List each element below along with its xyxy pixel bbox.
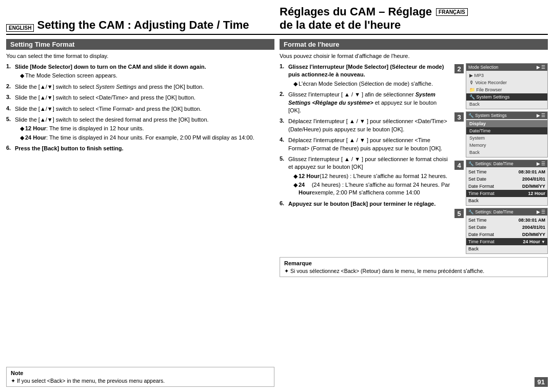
left-steps: 1. Slide [Mode Selector] down to turn on…	[6, 63, 274, 364]
header-title-left: Setting the CAM : Adjusting Date / Time	[37, 18, 274, 32]
right-intro: Vous pouvez choisir le format d'affichag…	[280, 53, 548, 59]
page-number: 91	[535, 377, 548, 387]
screen-2-titlebar: Mode Selection ▶ ☰	[466, 64, 547, 71]
right-screens-col: 2 Mode Selection ▶ ☰ ▶ MP3 🎙 Voice Recor…	[454, 63, 548, 254]
right-section-title: Format de l'heure	[280, 39, 548, 50]
step-6: 6. Press the [Back] button to finish set…	[6, 145, 274, 152]
left-section-title: Setting Time Format	[6, 39, 274, 50]
fr-step-5-num: 5.	[280, 155, 287, 162]
fr-step-5: 5. Glissez l'interrupteur [ ▲ / ▼ ] pour…	[280, 155, 450, 197]
screen-2-body: ▶ MP3 🎙 Voice Recorder 📁 File Browser 🔧 …	[466, 71, 547, 109]
lang-badge-en: ENGLISH	[6, 24, 34, 32]
step-5-sub-24: 24 Hour: The time is displayed in 24 hou…	[20, 134, 254, 142]
screen-3-badge: 3	[454, 112, 464, 122]
step-5-num: 5.	[6, 116, 13, 122]
screen-2-icons: ▶ ☰	[537, 65, 545, 70]
screen-5-dateformat: Date FormatDD/MM/YY	[466, 231, 547, 238]
step-3: 3. Slide the [▲/▼] switch to select <Dat…	[6, 94, 274, 102]
screen-2-file: 📁 File Browser	[466, 86, 547, 93]
fr-step-4-num: 4.	[280, 136, 287, 143]
screen-4-title: 🔧 Settings: Date/Time	[468, 161, 513, 166]
step-3-num: 3.	[6, 94, 13, 100]
screen-3-datetime: Date/Time	[466, 127, 547, 134]
fr-step-3-num: 3.	[280, 117, 287, 124]
screen-5-title: 🔧 Settings: Date/Time	[468, 209, 513, 214]
screen-3: 🔧 System Settings ▶ ☰ Display Date/Time …	[466, 111, 548, 158]
step-4: 4. Slide the [▲/▼] switch to select <Tim…	[6, 105, 274, 113]
fr-step-1: 1. Glissez l'interrupteur [Mode Selector…	[280, 63, 450, 88]
fr-step-6-text: Appuyez sur le bouton [Back] pour termin…	[288, 200, 436, 208]
screen-5-settime: Set Time08:30:01 AM	[466, 217, 547, 224]
step-6-text: Press the [Back] button to finish settin…	[15, 145, 123, 152]
screen-5-body: Set Time08:30:01 AM Set Date2004/01/01 D…	[466, 215, 547, 253]
step-6-num: 6.	[6, 145, 13, 151]
step-1: 1. Slide [Mode Selector] down to turn on…	[6, 63, 274, 80]
screen-2-badge: 2	[454, 64, 464, 73]
screen-3-icons: ▶ ☰	[537, 113, 545, 118]
screen-4-settime: Set Time08:30:01 AM	[466, 168, 547, 175]
screen-2-container: 2 Mode Selection ▶ ☰ ▶ MP3 🎙 Voice Recor…	[454, 63, 548, 109]
step-5: 5. Slide the [▲/▼] switch to select the …	[6, 116, 274, 142]
header: ENGLISH Setting the CAM : Adjusting Date…	[6, 5, 548, 35]
screen-5-timeformat: Time Format24 Hour ▼	[466, 238, 547, 245]
screen-4: 🔧 Settings: Date/Time ▶ ☰ Set Time08:30:…	[466, 160, 548, 206]
step-1-num: 1.	[6, 63, 13, 69]
step-2-num: 2.	[6, 83, 13, 89]
screen-5-icons: ▶ ☰	[537, 209, 545, 214]
screen-5-back: Back	[466, 245, 547, 252]
step-5-sub-12: 12 Hour: The time is displayed in 12 hou…	[20, 125, 254, 132]
fr-step-6: 6. Appuyez sur le bouton [Back] pour ter…	[280, 200, 450, 208]
screen-4-back: Back	[466, 197, 547, 204]
screen-5-titlebar: 🔧 Settings: Date/Time ▶ ☰	[466, 208, 547, 215]
screen-4-container: 4 🔧 Settings: Date/Time ▶ ☰ Set Time08:3…	[454, 160, 548, 206]
screen-3-back: Back	[466, 149, 547, 156]
step-2-text: Slide the [▲/▼] switch to select System …	[15, 83, 204, 91]
step-3-text: Slide the [▲/▼] switch to select <Date/T…	[15, 94, 195, 102]
screen-5-setdate: Set Date2004/01/01	[466, 224, 547, 231]
step-4-text: Slide the [▲/▼] switch to select <Time F…	[15, 105, 202, 113]
note-box: Note ✦ If you select <Back> in the menu,…	[6, 367, 274, 387]
fr-step-5-text: Glissez l'interrupteur [ ▲ / ▼ ] pour sé…	[288, 155, 450, 197]
screen-2: Mode Selection ▶ ☰ ▶ MP3 🎙 Voice Recorde…	[466, 63, 548, 109]
fr-step-2: 2. Glissez l'interrupteur [ ▲ / ▼ ] afin…	[280, 91, 450, 114]
fr-step-4-text: Déplacez l'interrupteur [ ▲ / ▼ ] pour s…	[288, 136, 450, 152]
screen-4-badge: 4	[454, 161, 464, 170]
screen-3-body: Display Date/Time System Memory Back	[466, 119, 547, 157]
screen-2-voice: 🎙 Voice Recorder	[466, 79, 547, 86]
fr-step-3: 3. Déplacez l'interrupteur [ ▲ / ▼ ] pou…	[280, 117, 450, 133]
screen-3-display: Display	[466, 120, 547, 127]
note-text: ✦ If you select <Back> in the menu, the …	[11, 378, 270, 384]
fr-step-3-text: Déplacez l'interrupteur [ ▲ / ▼ ] pour s…	[288, 117, 450, 133]
step-2: 2. Slide the [▲/▼] switch to select Syst…	[6, 83, 274, 91]
screen-4-setdate: Set Date2004/01/01	[466, 175, 547, 183]
step-4-num: 4.	[6, 105, 13, 111]
screen-2-settings: 🔧 System Settings	[466, 93, 547, 101]
screen-4-body: Set Time08:30:01 AM Set Date2004/01/01 D…	[466, 167, 547, 205]
header-title-right: Réglages du CAM – Réglage	[280, 5, 432, 18]
fr-step-5-sub-24: 24 Hour (24 heures) : L'heure s'affiche …	[293, 181, 450, 197]
fr-step-1-sub: L'écran Mode Selection (Sélection de mod…	[293, 80, 450, 88]
screen-3-titlebar: 🔧 System Settings ▶ ☰	[466, 112, 547, 119]
right-steps-screens: 1. Glissez l'interrupteur [Mode Selector…	[280, 63, 548, 254]
step-1-text: Slide [Mode Selector] down to turn on th…	[15, 63, 206, 80]
screen-4-titlebar: 🔧 Settings: Date/Time ▶ ☰	[466, 160, 547, 167]
screen-4-timeformat: Time Format12 Hour	[466, 190, 547, 197]
screen-4-dateformat: Date FormatDD/MM/YY	[466, 183, 547, 190]
screen-2-mp3: ▶ MP3	[466, 72, 547, 79]
fr-step-1-num: 1.	[280, 63, 287, 69]
remarque-box: Remarque ✦ Si vous sélectionnez <Back> (…	[280, 257, 548, 277]
fr-step-6-num: 6.	[280, 200, 287, 206]
fr-step-4: 4. Déplacez l'interrupteur [ ▲ / ▼ ] pou…	[280, 136, 450, 152]
screen-5-container: 5 🔧 Settings: Date/Time ▶ ☰ Set Time08:3…	[454, 208, 548, 254]
screen-5: 🔧 Settings: Date/Time ▶ ☰ Set Time08:30:…	[466, 208, 548, 254]
left-intro: You can select the time format to displa…	[6, 53, 274, 59]
remarque-text: ✦ Si vous sélectionnez <Back> (Retour) d…	[284, 268, 543, 274]
fr-step-2-text: Glissez l'interrupteur [ ▲ / ▼ ] afin de…	[288, 91, 450, 114]
screen-3-title: 🔧 System Settings	[468, 113, 507, 118]
screen-2-title: Mode Selection	[468, 65, 499, 70]
screen-3-system: System	[466, 134, 547, 142]
lang-badge-fr: FRANÇAIS	[436, 8, 468, 16]
screen-3-memory: Memory	[466, 142, 547, 149]
left-column: Setting Time Format You can select the t…	[6, 39, 274, 387]
screen-4-icons: ▶ ☰	[537, 161, 545, 166]
